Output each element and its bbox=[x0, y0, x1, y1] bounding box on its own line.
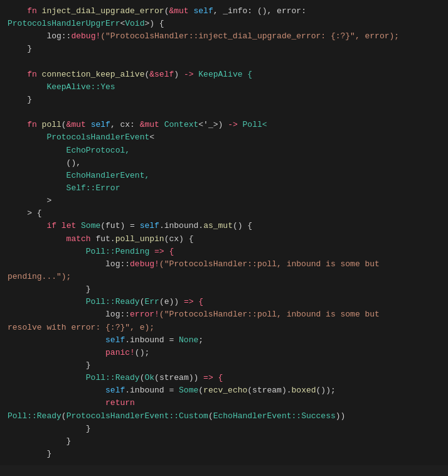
token-symbol: } bbox=[8, 449, 51, 458]
token-arrow: => { bbox=[154, 247, 174, 256]
code-line: fn connection_keep_alive(&self) -> KeepA… bbox=[0, 68, 448, 81]
code-line: fn poll(&mut self, cx: &mut Context<'_>)… bbox=[0, 119, 448, 131]
code-line: fn inject_dial_upgrade_error(&mut self, … bbox=[0, 5, 448, 18]
code-line: } bbox=[0, 94, 448, 106]
token-type: Ready bbox=[115, 373, 140, 382]
code-line: Poll::Pending => { bbox=[0, 246, 448, 258]
token-symbol: ) bbox=[174, 70, 184, 79]
token-symbol: } bbox=[8, 436, 71, 446]
token-symbol: (stream)) bbox=[154, 373, 203, 382]
token-macro: debug! bbox=[130, 259, 159, 269]
token-symbol: <'_>) bbox=[198, 120, 228, 129]
token-type: Some bbox=[179, 386, 198, 395]
token-type: EchoHandlerEvent, bbox=[8, 171, 149, 180]
code-line: Poll::Ready(Ok(stream)) => { bbox=[0, 372, 448, 384]
token-symbol: fut. bbox=[95, 234, 115, 244]
token-kw: fn bbox=[8, 70, 42, 79]
token-arrow: => { bbox=[203, 373, 223, 382]
code-line: ProtocolsHandlerEvent< bbox=[0, 131, 448, 144]
code-line: } bbox=[0, 423, 448, 435]
token-type: Yes bbox=[100, 82, 115, 92]
code-line: pending..."); bbox=[0, 271, 448, 283]
code-line: self.inbound = None; bbox=[0, 334, 448, 347]
token-symbol: ( bbox=[61, 411, 67, 421]
token-type: Poll:: bbox=[8, 297, 115, 306]
token-symbol: (stream). bbox=[247, 386, 291, 395]
token-type: None bbox=[179, 335, 198, 345]
code-line: } bbox=[0, 448, 448, 460]
token-symbol: log:: bbox=[8, 259, 130, 269]
token-string: pending..."); bbox=[8, 272, 71, 281]
token-method: boxed bbox=[292, 386, 316, 395]
code-line: self.inbound = Some(recv_echo(stream).bo… bbox=[0, 384, 448, 397]
code-line: } bbox=[0, 283, 448, 296]
token-type: Some bbox=[81, 221, 100, 230]
code-line: if let Some(fut) = self.inbound.as_mut()… bbox=[0, 220, 448, 232]
token-symbol: (fut) = bbox=[100, 221, 139, 230]
token-method: as_mut bbox=[203, 221, 233, 230]
token-symbol: ()); bbox=[316, 386, 336, 395]
code-line: } bbox=[0, 43, 448, 55]
code-line: > { bbox=[0, 207, 448, 220]
code-line: EchoHandlerEvent, bbox=[0, 170, 448, 182]
token-self-kw: self bbox=[140, 221, 159, 230]
token-type: KeepAlive { bbox=[193, 70, 252, 79]
code-line: KeepAlive::Yes bbox=[0, 81, 448, 94]
token-symbol: ( bbox=[61, 120, 67, 129]
token-arrow: -> bbox=[184, 70, 194, 79]
token-type: Err bbox=[144, 297, 159, 306]
token-symbol: (); bbox=[135, 348, 149, 357]
token-type: Pending bbox=[115, 247, 154, 256]
token-type: Success bbox=[301, 411, 336, 421]
token-symbol: .inbound = bbox=[125, 335, 179, 345]
token-self-kw: self bbox=[193, 6, 213, 16]
token-type: EchoProtocol, bbox=[8, 146, 130, 155]
token-symbol: (e)) bbox=[159, 297, 184, 306]
token-kw: &mut bbox=[169, 6, 193, 16]
token-type: Context bbox=[164, 120, 199, 129]
token-type: Poll< bbox=[238, 120, 267, 129]
token-symbol: ( bbox=[208, 411, 213, 421]
token-type: Poll:: bbox=[8, 247, 115, 256]
token-arrow: -> bbox=[228, 120, 238, 129]
token-kw: let bbox=[61, 221, 81, 230]
token-symbol: } bbox=[8, 424, 91, 433]
token-type: Ok bbox=[144, 373, 154, 382]
token-type: Poll:: bbox=[8, 373, 115, 382]
token-string: ("ProtocolsHandler::poll, inbound is som… bbox=[159, 259, 380, 269]
token-kw: match bbox=[8, 234, 95, 244]
code-line: log::error!("ProtocolsHandler::poll, inb… bbox=[0, 308, 448, 321]
token-kw: fn bbox=[8, 6, 42, 16]
code-line: return bbox=[0, 397, 448, 409]
token-symbol: , cx: bbox=[110, 120, 140, 129]
code-line: log::debug!("ProtocolsHandler::poll, inb… bbox=[0, 258, 448, 271]
token-kw: &mut bbox=[67, 120, 91, 129]
token-symbol: )) bbox=[336, 411, 346, 421]
code-line: } bbox=[0, 435, 448, 448]
token-symbol: > bbox=[8, 196, 51, 205]
token-symbol: log:: bbox=[8, 31, 71, 41]
code-line bbox=[0, 56, 448, 68]
token-symbol: (cx) { bbox=[164, 234, 194, 244]
token-type: Poll:: bbox=[8, 411, 37, 421]
code-line: log::debug!("ProtocolsHandler::inject_di… bbox=[0, 30, 448, 43]
token-type: Ready bbox=[115, 297, 140, 306]
token-kw: return bbox=[8, 398, 135, 408]
token-func: connection_keep_alive bbox=[42, 70, 145, 79]
token-type: Custom bbox=[179, 411, 208, 421]
token-kw: fn bbox=[8, 120, 42, 129]
token-type: Ready bbox=[37, 411, 61, 421]
token-type: Self:: bbox=[8, 183, 95, 193]
token-method: poll_unpin bbox=[115, 234, 164, 244]
code-line: match fut.poll_unpin(cx) { bbox=[0, 233, 448, 246]
token-kw: &mut bbox=[140, 120, 164, 129]
token-string: ("ProtocolsHandler::poll, inbound is som… bbox=[159, 310, 380, 319]
code-line: panic!(); bbox=[0, 347, 448, 359]
code-line: } bbox=[0, 359, 448, 372]
code-editor: fn inject_dial_upgrade_error(&mut self, … bbox=[0, 0, 448, 465]
token-symbol: < bbox=[149, 133, 154, 142]
token-symbol: ; bbox=[198, 335, 203, 345]
token-symbol: } bbox=[8, 95, 32, 104]
code-line: ProtocolsHandlerUpgrErr<Void>) { bbox=[0, 18, 448, 30]
token-symbol: (), bbox=[8, 158, 81, 168]
